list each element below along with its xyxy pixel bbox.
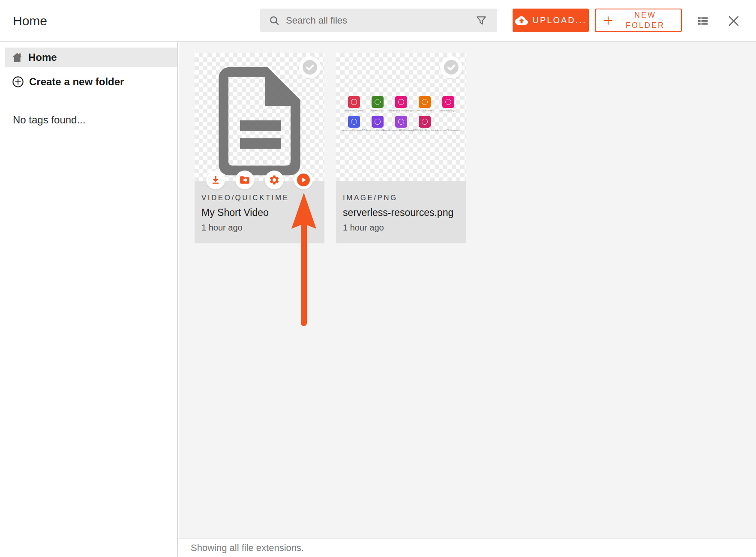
aws-service: Amazon Cognito bbox=[342, 96, 366, 112]
file-grid-area: VIDEO/QUICKTIME My Short Video 1 hour ag… bbox=[179, 42, 756, 538]
filter-button[interactable] bbox=[471, 9, 491, 32]
download-icon bbox=[210, 175, 221, 185]
sidebar-item-create-folder[interactable]: Create a new folder bbox=[12, 72, 124, 92]
aws-service: Amazon API Gateway bbox=[389, 116, 413, 132]
aws-service-label: Amazon EventBridge bbox=[389, 109, 413, 112]
play-icon bbox=[297, 173, 310, 187]
page-title: Home bbox=[13, 0, 47, 42]
aws-icons-row-1: Amazon CognitoAmazon S3Amazon EventBridg… bbox=[341, 96, 461, 112]
cloud-upload-icon bbox=[515, 14, 528, 27]
aws-service: Amazon SQS bbox=[436, 96, 460, 112]
aws-service: Amazon DynamoDB bbox=[342, 116, 366, 132]
file-age: 1 hour ago bbox=[343, 223, 459, 233]
status-message: Showing all file extensions. bbox=[191, 542, 304, 554]
sidebar-item-home[interactable]: Home bbox=[5, 48, 177, 67]
sidebar-divider bbox=[12, 100, 166, 100]
list-view-icon bbox=[696, 15, 709, 27]
aws-service-icon bbox=[348, 116, 360, 128]
file-card-image: Amazon CognitoAmazon S3Amazon EventBridg… bbox=[336, 53, 466, 243]
settings-button[interactable] bbox=[265, 171, 284, 189]
aws-service: AWS Step Functions bbox=[413, 116, 436, 132]
file-type-label: IMAGE/PNG bbox=[343, 194, 459, 202]
aws-service-label: AWS Lambda bbox=[417, 109, 432, 112]
aws-service-icon bbox=[348, 96, 360, 108]
move-to-folder-button[interactable] bbox=[235, 171, 254, 189]
file-name: serverless-resources.png bbox=[343, 207, 459, 219]
search-box bbox=[260, 9, 497, 32]
aws-service-label: Amazon DynamoDB bbox=[342, 129, 365, 132]
upload-button-label: UPLOAD... bbox=[533, 15, 587, 25]
aws-service-label: Amazon CloudFront bbox=[366, 129, 389, 132]
aws-service: Amazon CloudFront bbox=[366, 116, 389, 132]
plus-icon bbox=[603, 15, 614, 26]
plus-circle-icon bbox=[12, 76, 24, 88]
funnel-icon bbox=[476, 15, 487, 26]
new-folder-button[interactable]: NEW FOLDER bbox=[595, 9, 682, 32]
check-circle-icon bbox=[443, 59, 459, 75]
new-folder-button-label: NEW FOLDER bbox=[614, 10, 681, 30]
aws-service-icon bbox=[442, 116, 454, 128]
select-file-button[interactable] bbox=[299, 56, 321, 78]
aws-service-label: Amazon API Gateway bbox=[388, 129, 413, 132]
gear-icon bbox=[269, 174, 280, 186]
aws-service-icon bbox=[419, 96, 431, 108]
aws-service: AWS Lambda bbox=[413, 96, 436, 112]
aws-service-icon bbox=[419, 116, 431, 128]
document-icon bbox=[215, 61, 304, 181]
list-view-toggle-button[interactable] bbox=[692, 0, 714, 42]
aws-icons-row-2: Amazon DynamoDBAmazon CloudFrontAmazon A… bbox=[341, 116, 461, 132]
home-icon bbox=[11, 51, 23, 63]
header-bar: Home UPLOAD... NEW FOLDER bbox=[0, 0, 756, 42]
aws-service-icon bbox=[372, 116, 384, 128]
sidebar-item-home-label: Home bbox=[28, 51, 57, 63]
aws-service: Amazon S3 bbox=[366, 96, 389, 112]
file-action-row bbox=[195, 171, 324, 189]
sidebar: Home Create a new folder No tags found..… bbox=[0, 42, 178, 557]
move-to-folder-icon bbox=[239, 174, 250, 186]
download-button[interactable] bbox=[206, 171, 225, 189]
aws-service-label: Amazon Cognito bbox=[344, 109, 363, 112]
file-manager-window: Home UPLOAD... NEW FOLDER bbox=[0, 0, 756, 557]
search-input[interactable] bbox=[286, 15, 497, 26]
aws-service: Amazon EventBridge bbox=[389, 96, 413, 112]
play-button[interactable] bbox=[294, 171, 313, 189]
aws-service-icon bbox=[442, 96, 454, 108]
upload-button[interactable]: UPLOAD... bbox=[513, 9, 589, 32]
aws-service-label: Amazon S3 bbox=[371, 109, 384, 112]
close-icon bbox=[727, 15, 740, 27]
aws-service-icon bbox=[372, 96, 384, 108]
close-button[interactable] bbox=[723, 0, 745, 42]
sidebar-item-create-folder-label: Create a new folder bbox=[29, 76, 124, 88]
aws-service-label: Amazon SQS bbox=[440, 109, 456, 112]
file-meta: IMAGE/PNG serverless-resources.png 1 hou… bbox=[336, 181, 466, 243]
no-tags-message: No tags found... bbox=[13, 114, 85, 126]
aws-service-icon bbox=[395, 116, 407, 128]
orange-up-arrow bbox=[289, 192, 319, 330]
search-icon bbox=[269, 15, 280, 26]
aws-service-label: Amazon Cloudwatch bbox=[436, 129, 460, 132]
check-circle-icon bbox=[302, 59, 318, 75]
select-file-button[interactable] bbox=[440, 56, 462, 78]
aws-service-label: AWS Step Functions bbox=[413, 129, 436, 132]
aws-service: Amazon Cloudwatch bbox=[436, 116, 460, 132]
aws-service-icon bbox=[395, 96, 407, 108]
status-bar: Showing all file extensions. bbox=[179, 538, 756, 557]
aws-icons-grid: Amazon CognitoAmazon S3Amazon EventBridg… bbox=[341, 96, 461, 135]
